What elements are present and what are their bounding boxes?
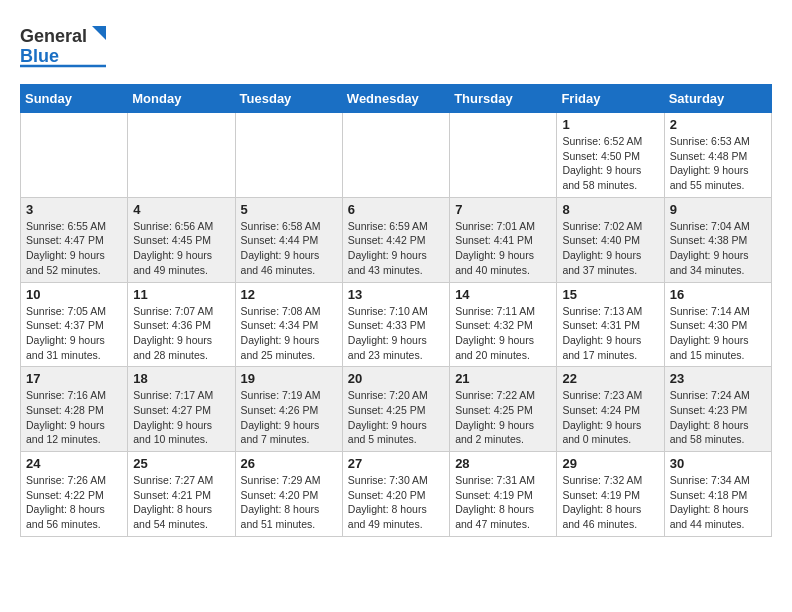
- day-number: 14: [455, 287, 551, 302]
- day-info: Sunrise: 6:53 AMSunset: 4:48 PMDaylight:…: [670, 134, 766, 193]
- calendar-cell: 29Sunrise: 7:32 AMSunset: 4:19 PMDayligh…: [557, 452, 664, 537]
- calendar-week-row: 24Sunrise: 7:26 AMSunset: 4:22 PMDayligh…: [21, 452, 772, 537]
- day-number: 23: [670, 371, 766, 386]
- day-number: 10: [26, 287, 122, 302]
- calendar-week-row: 17Sunrise: 7:16 AMSunset: 4:28 PMDayligh…: [21, 367, 772, 452]
- logo-svg: General Blue: [20, 20, 110, 74]
- day-info: Sunrise: 6:59 AMSunset: 4:42 PMDaylight:…: [348, 219, 444, 278]
- calendar-cell: 25Sunrise: 7:27 AMSunset: 4:21 PMDayligh…: [128, 452, 235, 537]
- calendar-cell: 23Sunrise: 7:24 AMSunset: 4:23 PMDayligh…: [664, 367, 771, 452]
- day-number: 1: [562, 117, 658, 132]
- day-number: 13: [348, 287, 444, 302]
- calendar-cell: 22Sunrise: 7:23 AMSunset: 4:24 PMDayligh…: [557, 367, 664, 452]
- day-number: 20: [348, 371, 444, 386]
- day-info: Sunrise: 7:13 AMSunset: 4:31 PMDaylight:…: [562, 304, 658, 363]
- day-info: Sunrise: 7:29 AMSunset: 4:20 PMDaylight:…: [241, 473, 337, 532]
- day-info: Sunrise: 7:22 AMSunset: 4:25 PMDaylight:…: [455, 388, 551, 447]
- calendar-cell: 20Sunrise: 7:20 AMSunset: 4:25 PMDayligh…: [342, 367, 449, 452]
- calendar-cell: 12Sunrise: 7:08 AMSunset: 4:34 PMDayligh…: [235, 282, 342, 367]
- calendar-cell: 21Sunrise: 7:22 AMSunset: 4:25 PMDayligh…: [450, 367, 557, 452]
- calendar-week-row: 10Sunrise: 7:05 AMSunset: 4:37 PMDayligh…: [21, 282, 772, 367]
- calendar-cell: 5Sunrise: 6:58 AMSunset: 4:44 PMDaylight…: [235, 197, 342, 282]
- day-info: Sunrise: 7:24 AMSunset: 4:23 PMDaylight:…: [670, 388, 766, 447]
- calendar-cell: 28Sunrise: 7:31 AMSunset: 4:19 PMDayligh…: [450, 452, 557, 537]
- day-number: 9: [670, 202, 766, 217]
- day-info: Sunrise: 7:20 AMSunset: 4:25 PMDaylight:…: [348, 388, 444, 447]
- day-number: 8: [562, 202, 658, 217]
- day-info: Sunrise: 7:07 AMSunset: 4:36 PMDaylight:…: [133, 304, 229, 363]
- calendar-cell: [235, 113, 342, 198]
- calendar-cell: 15Sunrise: 7:13 AMSunset: 4:31 PMDayligh…: [557, 282, 664, 367]
- day-number: 28: [455, 456, 551, 471]
- header-thursday: Thursday: [450, 85, 557, 113]
- calendar-cell: 10Sunrise: 7:05 AMSunset: 4:37 PMDayligh…: [21, 282, 128, 367]
- calendar-cell: 24Sunrise: 7:26 AMSunset: 4:22 PMDayligh…: [21, 452, 128, 537]
- day-info: Sunrise: 7:01 AMSunset: 4:41 PMDaylight:…: [455, 219, 551, 278]
- day-number: 7: [455, 202, 551, 217]
- calendar-cell: [450, 113, 557, 198]
- calendar-cell: 1Sunrise: 6:52 AMSunset: 4:50 PMDaylight…: [557, 113, 664, 198]
- day-info: Sunrise: 6:52 AMSunset: 4:50 PMDaylight:…: [562, 134, 658, 193]
- day-number: 27: [348, 456, 444, 471]
- day-number: 17: [26, 371, 122, 386]
- header-tuesday: Tuesday: [235, 85, 342, 113]
- day-info: Sunrise: 7:23 AMSunset: 4:24 PMDaylight:…: [562, 388, 658, 447]
- calendar-cell: 17Sunrise: 7:16 AMSunset: 4:28 PMDayligh…: [21, 367, 128, 452]
- calendar-week-row: 3Sunrise: 6:55 AMSunset: 4:47 PMDaylight…: [21, 197, 772, 282]
- day-number: 16: [670, 287, 766, 302]
- day-number: 30: [670, 456, 766, 471]
- calendar-cell: 26Sunrise: 7:29 AMSunset: 4:20 PMDayligh…: [235, 452, 342, 537]
- day-info: Sunrise: 7:17 AMSunset: 4:27 PMDaylight:…: [133, 388, 229, 447]
- calendar-cell: 27Sunrise: 7:30 AMSunset: 4:20 PMDayligh…: [342, 452, 449, 537]
- day-number: 21: [455, 371, 551, 386]
- day-number: 6: [348, 202, 444, 217]
- day-info: Sunrise: 6:55 AMSunset: 4:47 PMDaylight:…: [26, 219, 122, 278]
- day-info: Sunrise: 7:04 AMSunset: 4:38 PMDaylight:…: [670, 219, 766, 278]
- day-number: 18: [133, 371, 229, 386]
- calendar-cell: 11Sunrise: 7:07 AMSunset: 4:36 PMDayligh…: [128, 282, 235, 367]
- day-info: Sunrise: 7:31 AMSunset: 4:19 PMDaylight:…: [455, 473, 551, 532]
- calendar-cell: [128, 113, 235, 198]
- day-info: Sunrise: 7:10 AMSunset: 4:33 PMDaylight:…: [348, 304, 444, 363]
- day-info: Sunrise: 7:30 AMSunset: 4:20 PMDaylight:…: [348, 473, 444, 532]
- day-info: Sunrise: 7:02 AMSunset: 4:40 PMDaylight:…: [562, 219, 658, 278]
- calendar-table: Sunday Monday Tuesday Wednesday Thursday…: [20, 84, 772, 537]
- weekday-header-row: Sunday Monday Tuesday Wednesday Thursday…: [21, 85, 772, 113]
- header-monday: Monday: [128, 85, 235, 113]
- day-number: 3: [26, 202, 122, 217]
- header: General Blue: [20, 16, 772, 74]
- day-number: 22: [562, 371, 658, 386]
- day-info: Sunrise: 7:34 AMSunset: 4:18 PMDaylight:…: [670, 473, 766, 532]
- day-number: 29: [562, 456, 658, 471]
- day-info: Sunrise: 7:26 AMSunset: 4:22 PMDaylight:…: [26, 473, 122, 532]
- day-info: Sunrise: 6:56 AMSunset: 4:45 PMDaylight:…: [133, 219, 229, 278]
- day-info: Sunrise: 7:27 AMSunset: 4:21 PMDaylight:…: [133, 473, 229, 532]
- calendar-cell: 14Sunrise: 7:11 AMSunset: 4:32 PMDayligh…: [450, 282, 557, 367]
- calendar-cell: 18Sunrise: 7:17 AMSunset: 4:27 PMDayligh…: [128, 367, 235, 452]
- header-wednesday: Wednesday: [342, 85, 449, 113]
- day-number: 2: [670, 117, 766, 132]
- svg-text:General: General: [20, 26, 87, 46]
- day-info: Sunrise: 7:11 AMSunset: 4:32 PMDaylight:…: [455, 304, 551, 363]
- day-info: Sunrise: 7:19 AMSunset: 4:26 PMDaylight:…: [241, 388, 337, 447]
- calendar-cell: 4Sunrise: 6:56 AMSunset: 4:45 PMDaylight…: [128, 197, 235, 282]
- header-friday: Friday: [557, 85, 664, 113]
- calendar-cell: 8Sunrise: 7:02 AMSunset: 4:40 PMDaylight…: [557, 197, 664, 282]
- svg-marker-1: [92, 26, 106, 40]
- day-number: 24: [26, 456, 122, 471]
- day-number: 5: [241, 202, 337, 217]
- day-info: Sunrise: 6:58 AMSunset: 4:44 PMDaylight:…: [241, 219, 337, 278]
- day-info: Sunrise: 7:05 AMSunset: 4:37 PMDaylight:…: [26, 304, 122, 363]
- day-number: 25: [133, 456, 229, 471]
- header-saturday: Saturday: [664, 85, 771, 113]
- calendar-week-row: 1Sunrise: 6:52 AMSunset: 4:50 PMDaylight…: [21, 113, 772, 198]
- day-info: Sunrise: 7:16 AMSunset: 4:28 PMDaylight:…: [26, 388, 122, 447]
- page: General Blue Sunday Monday Tuesday Wedne…: [0, 0, 792, 553]
- calendar-cell: 16Sunrise: 7:14 AMSunset: 4:30 PMDayligh…: [664, 282, 771, 367]
- svg-text:Blue: Blue: [20, 46, 59, 66]
- calendar-cell: 9Sunrise: 7:04 AMSunset: 4:38 PMDaylight…: [664, 197, 771, 282]
- day-info: Sunrise: 7:32 AMSunset: 4:19 PMDaylight:…: [562, 473, 658, 532]
- header-sunday: Sunday: [21, 85, 128, 113]
- day-number: 11: [133, 287, 229, 302]
- day-info: Sunrise: 7:14 AMSunset: 4:30 PMDaylight:…: [670, 304, 766, 363]
